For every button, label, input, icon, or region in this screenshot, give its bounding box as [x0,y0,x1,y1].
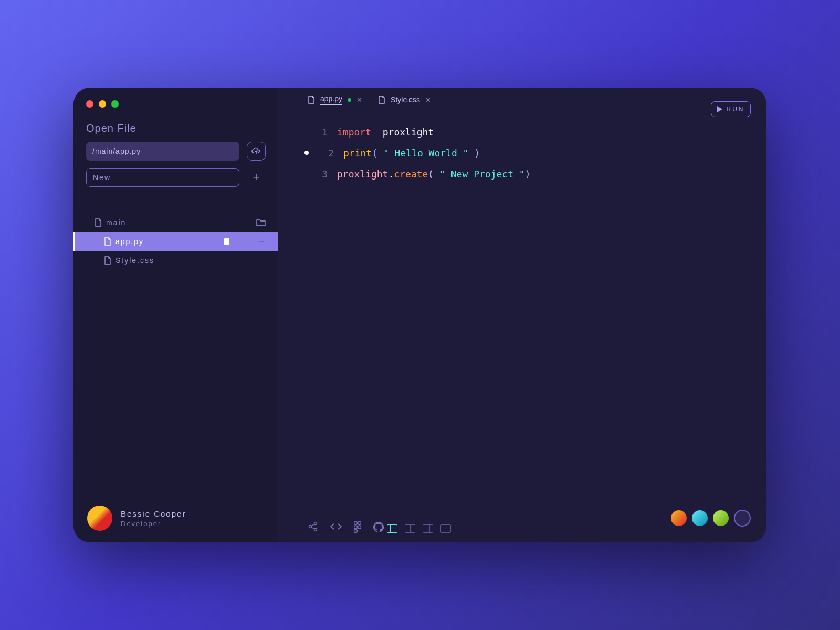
collaborators [671,510,751,527]
sidebar: Open File /main/app.py New + main [74,88,278,542]
svg-point-4 [354,522,358,525]
new-file-input[interactable]: New [86,168,239,187]
add-collaborator-button[interactable] [734,510,751,527]
tab-close-button[interactable]: ✕ [356,96,362,104]
tree-file-style-css[interactable]: Style.css [74,251,278,270]
svg-rect-0 [224,238,229,245]
folder-icon [256,218,266,227]
code-icon[interactable] [330,521,342,532]
minus-icon[interactable]: − [259,236,266,247]
file-icon [378,96,385,104]
figma-icon[interactable] [354,521,361,533]
folder-label: main [106,218,126,227]
upload-button[interactable] [247,142,266,161]
app-window: Open File /main/app.py New + main [74,88,766,542]
file-icon [104,237,111,246]
code-editor[interactable]: 1 import proxlight 2 print( " Hello Worl… [278,112,766,542]
close-window-button[interactable] [86,100,93,108]
avatar [87,506,112,531]
file-label: app.py [116,237,144,246]
modified-indicator-icon [348,98,351,102]
svg-point-2 [314,522,317,525]
open-file-heading: Open File [74,122,278,134]
breakpoint-icon[interactable] [304,151,309,155]
line-number: 1 [315,127,328,138]
minimize-window-button[interactable] [99,100,106,108]
layout-left-panel-button[interactable] [387,524,397,533]
file-path-input[interactable]: /main/app.py [86,142,239,161]
file-tree: main app.py − Style.css [74,213,278,270]
code-line: 3 proxlight.create( " New Project ") [304,163,740,184]
tab-label: app.py [320,94,342,105]
svg-point-3 [314,529,317,531]
layout-split-button[interactable] [405,524,415,533]
run-button[interactable]: RUN [711,101,751,117]
collaborator-avatar[interactable] [692,510,708,526]
tab-bar: app.py ✕ Style.css ✕ [278,88,766,112]
editor-pane: app.py ✕ Style.css ✕ RUN 1 import proxli… [278,88,766,542]
tree-folder-main[interactable]: main [74,213,278,232]
svg-point-5 [358,522,361,525]
layout-toggles [387,524,451,533]
line-number: 2 [321,148,334,159]
toolbar-actions [308,521,384,533]
svg-point-8 [354,530,358,533]
line-number: 3 [315,169,328,180]
window-controls [74,100,278,108]
cloud-upload-icon [251,147,261,155]
code-line: 1 import proxlight [304,121,740,142]
file-icon [104,256,111,265]
tab-label: Style.css [391,96,420,104]
current-user[interactable]: Bessie Cooper Developer [87,506,186,531]
maximize-window-button[interactable] [111,100,119,108]
run-label: RUN [727,106,745,113]
plus-icon: + [253,171,260,184]
tab-close-button[interactable]: ✕ [425,96,431,104]
file-icon [308,96,315,104]
svg-point-6 [354,526,358,529]
github-icon[interactable] [373,521,384,533]
collaborator-avatar[interactable] [671,510,687,526]
file-icon [94,218,102,227]
tab-app-py[interactable]: app.py ✕ [304,92,365,107]
collaborator-avatar[interactable] [713,510,729,526]
layout-single-button[interactable] [440,524,451,533]
user-role: Developer [121,520,186,528]
page-icon [224,238,229,245]
tree-file-app-py[interactable]: app.py − [74,232,278,251]
add-file-button[interactable]: + [247,168,266,187]
svg-point-1 [309,526,312,528]
file-label: Style.css [116,256,154,265]
code-line: 2 print( " Hello World " ) [304,142,740,163]
layout-right-panel-button[interactable] [423,524,433,533]
share-icon[interactable] [308,521,318,532]
play-icon [717,106,722,112]
status-bar: Bessie Cooper Developer [87,506,751,531]
svg-point-7 [358,526,361,529]
tab-style-css[interactable]: Style.css ✕ [375,93,434,106]
user-name: Bessie Cooper [121,509,186,518]
